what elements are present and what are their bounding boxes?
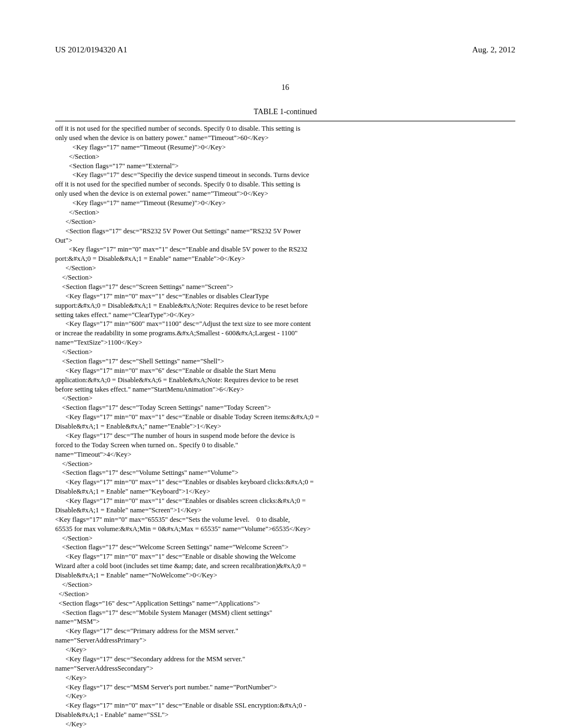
table-body: off it is not used for the specified num… xyxy=(55,121,515,728)
publication-date: Aug. 2, 2012 xyxy=(472,44,515,55)
page-header: US 2012/0194320 A1 Aug. 2, 2012 xyxy=(55,44,515,55)
code-listing: off it is not used for the specified num… xyxy=(55,124,515,728)
table-title: TABLE 1-continued xyxy=(55,107,515,117)
page-number: 16 xyxy=(55,83,515,93)
publication-number: US 2012/0194320 A1 xyxy=(55,44,127,55)
